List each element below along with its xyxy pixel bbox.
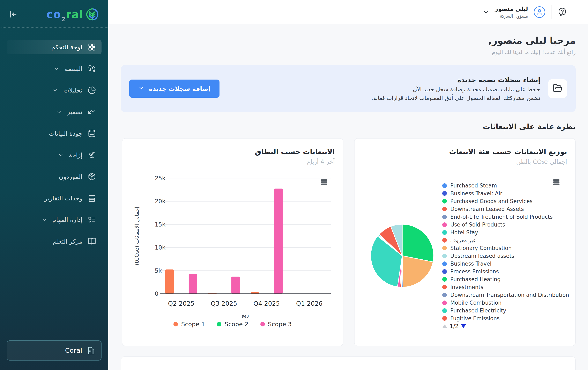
- help-button[interactable]: [557, 7, 567, 17]
- top-header: ليلى منصور مسؤول الشركة: [108, 0, 588, 24]
- legend-label: Process Emissions: [450, 268, 499, 275]
- legend-dot: [442, 222, 447, 227]
- building-icon: [86, 346, 95, 355]
- folder-open-icon: [553, 83, 563, 94]
- legend-dot: [173, 322, 178, 327]
- bar-scope3-2025Q4: [274, 189, 283, 294]
- legend-dot: [442, 301, 447, 305]
- sidebar-item-label: إزاحة: [69, 151, 83, 159]
- banner-line-2: تضمن مشاركتك الفعالة الحصول على أدق المع…: [371, 95, 540, 101]
- main-area: ليلى منصور مسؤول الشركة مرحبا ليلى منصور…: [108, 0, 588, 370]
- chevron-down-icon: [58, 152, 63, 158]
- sidebar-item-footprint[interactable]: البصمة: [7, 62, 102, 76]
- pie-chart-menu-button[interactable]: [552, 178, 561, 187]
- pie-legend-item[interactable]: Use of Sold Products: [442, 221, 569, 229]
- legend-label: Purchased Goods and Services: [450, 198, 533, 204]
- sidebar-item-label: لوحة التحكم: [51, 43, 83, 51]
- pie-legend-item[interactable]: Mobile Combustion: [442, 299, 569, 307]
- logo-co: co: [46, 8, 61, 21]
- chevron-down-icon: [42, 217, 47, 223]
- legend-item-scope-3[interactable]: Scope 3: [260, 321, 292, 328]
- sidebar-item-offset[interactable]: إزاحة: [7, 148, 102, 162]
- legend-label: Downstream Leased Assets: [450, 206, 524, 212]
- legend-dot: [442, 262, 447, 266]
- pie-legend-item[interactable]: Stationary Combustion: [442, 244, 569, 252]
- collapse-icon: [9, 16, 18, 19]
- pie-legend-item[interactable]: Purchased Heating: [442, 275, 569, 283]
- sidebar-item-learning-center[interactable]: مركز التعلم: [7, 234, 102, 249]
- legend-page-up-icon[interactable]: [442, 324, 447, 328]
- pie-legend-item[interactable]: Downstream Transportation and Distributi…: [442, 291, 569, 299]
- legend-label: غير معروف: [450, 237, 476, 243]
- bar-scope3-2025Q3: [231, 277, 240, 294]
- bar-card-subtitle: آخر 4 أرباع: [255, 158, 335, 165]
- sprout-icon: [88, 151, 96, 159]
- coral-logo-text: co2ral: [46, 9, 83, 20]
- bar-chart-menu-button[interactable]: [320, 178, 329, 187]
- legend-page-down-icon[interactable]: [461, 324, 466, 328]
- pie-legend-item[interactable]: Purchased Goods and Services: [442, 197, 569, 205]
- legend-dot: [442, 183, 447, 188]
- legend-dot: [442, 246, 447, 250]
- welcome-subtitle: رائع أنك عدت! إليك ما لدينا لك اليوم: [121, 49, 576, 55]
- svg-text:2025 Q3: 2025 Q3: [211, 300, 237, 307]
- database-icon: [88, 129, 96, 137]
- pie-legend-item[interactable]: Business Travel: [442, 260, 569, 268]
- organization-card[interactable]: Coral: [7, 340, 102, 360]
- pie-legend-item[interactable]: Investments: [442, 283, 569, 291]
- app-root: co2ral لوحة التحكمالبصمةتحليلات: [0, 0, 588, 370]
- pie-legend-item[interactable]: غير معروف: [442, 236, 569, 244]
- legend-label: Purchased Electricity: [450, 307, 506, 314]
- pie-legend-item[interactable]: Process Emissions: [442, 268, 569, 275]
- sidebar-item-analytics[interactable]: تحليلات: [7, 83, 102, 97]
- sidebar-item-task-management[interactable]: إدارة المهام: [7, 212, 102, 227]
- bar-scope1-2025Q2: [165, 269, 174, 294]
- sidebar-item-suppliers[interactable]: الموردون: [7, 169, 102, 184]
- bar-card-header: الانبعاثات حسب النطاق آخر 4 أرباع: [255, 148, 335, 165]
- legend-dot: [442, 277, 447, 282]
- user-menu-chevron-down-icon[interactable]: [483, 9, 489, 15]
- legend-label: Use of Sold Products: [450, 222, 505, 228]
- pie-legend-item[interactable]: Upstream leased assets: [442, 252, 569, 260]
- pie-legend-item[interactable]: Fugitive Emissions: [442, 315, 569, 322]
- legend-label: Stationary Combustion: [450, 245, 512, 251]
- pie-card-title: توزيع الانبعاثات حسب فئة الانبعاث: [449, 148, 567, 156]
- legend-dot: [442, 207, 447, 211]
- sidebar-item-label: تحليلات: [63, 87, 83, 94]
- pie-card-subtitle: إجمالي CO₂e بالطن: [449, 158, 567, 165]
- sidebar-item-reduction[interactable]: تصغير: [7, 105, 102, 119]
- legend-label: Scope 1: [181, 321, 205, 328]
- legend-label: Downstream Transportation and Distributi…: [450, 292, 569, 298]
- user-menu[interactable]: ليلى منصور مسؤول الشركة: [495, 6, 528, 19]
- legend-dot: [217, 322, 221, 327]
- welcome-title: مرحبا ليلى منصور,: [121, 35, 576, 46]
- pie-card-header: توزيع الانبعاثات حسب فئة الانبعاث إجمالي…: [449, 148, 567, 165]
- pie-legend-item[interactable]: Purchased Steam: [442, 182, 569, 190]
- pie-legend-item[interactable]: Business Travel: Air: [442, 190, 569, 197]
- svg-text:5k: 5k: [155, 267, 162, 274]
- legend-dot: [442, 238, 447, 243]
- pie-legend-item[interactable]: Hotel Stay: [442, 229, 569, 236]
- user-avatar[interactable]: [534, 6, 545, 18]
- footprints-icon: [88, 64, 96, 73]
- sidebar-collapse-button[interactable]: [8, 10, 18, 19]
- sidebar-top: co2ral: [0, 0, 108, 27]
- sidebar-item-report-units[interactable]: وحدات التقارير: [7, 191, 102, 205]
- pie-legend-item[interactable]: End-of-Life Treatment of Sold Products: [442, 213, 569, 221]
- report-icon: [88, 194, 96, 202]
- pie-legend-item[interactable]: Downstream Leased Assets: [442, 205, 569, 213]
- pie-legend-pagination: 1/2: [442, 323, 466, 329]
- legend-item-scope-1[interactable]: Scope 1: [173, 321, 205, 328]
- svg-text:15k: 15k: [155, 221, 166, 228]
- sidebar-item-data-quality[interactable]: جودة البيانات: [7, 126, 102, 141]
- user-role: مسؤول الشركة: [495, 14, 528, 19]
- checklist-icon: [88, 216, 96, 224]
- legend-page-indicator: 1/2: [450, 323, 459, 329]
- user-icon: [536, 8, 543, 16]
- svg-text:25k: 25k: [155, 175, 166, 182]
- pie-legend-item[interactable]: Purchased Electricity: [442, 307, 569, 315]
- sidebar-item-dashboard[interactable]: لوحة التحكم: [7, 40, 102, 54]
- bar-card-title: الانبعاثات حسب النطاق: [255, 148, 335, 156]
- legend-item-scope-2[interactable]: Scope 2: [217, 321, 248, 328]
- add-new-records-button[interactable]: إضافة سجلات جديدة: [129, 80, 220, 98]
